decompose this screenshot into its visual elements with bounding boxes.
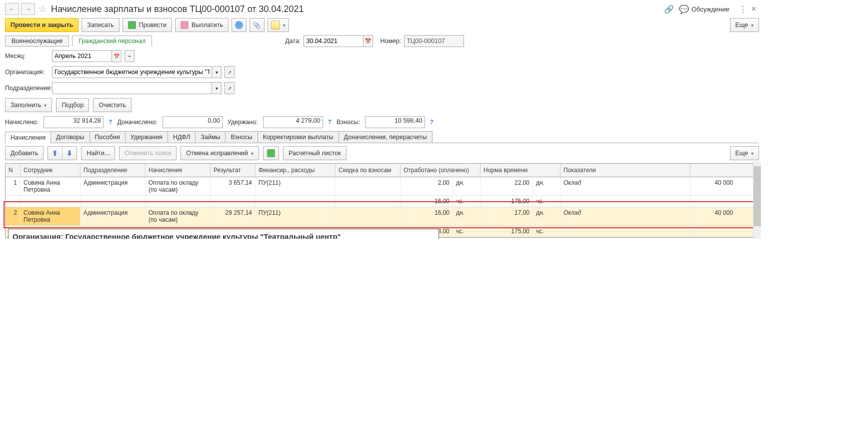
tab-accruals[interactable]: Начисления <box>5 132 51 143</box>
add-row-button[interactable]: Добавить <box>5 146 44 160</box>
discussion-link[interactable]: Обсуждение <box>692 6 730 13</box>
col-indicators[interactable]: Показатели <box>560 164 690 177</box>
report-icon <box>235 21 243 29</box>
cancel-fix-button[interactable]: Отмена исправлений <box>180 146 259 160</box>
date-label: Дата: <box>285 38 300 45</box>
table-row[interactable]: 16,00 чс. 175,00 чс. <box>6 196 758 207</box>
org-dropdown-icon[interactable]: ▾ <box>212 66 222 78</box>
section-tabs: Начисления Договоры Пособия Удержания НД… <box>5 131 759 143</box>
totals-row: Начислено: 32 914,28 ? Доначислено: 0,00… <box>3 114 761 130</box>
favorite-star-icon[interactable]: ☆ <box>37 4 48 15</box>
dep-open-icon[interactable]: ↗ <box>224 82 234 94</box>
chat-icon[interactable]: 💬 <box>678 4 690 15</box>
col-dep[interactable]: Подразделение <box>80 164 146 177</box>
title-bar: ← → ☆ Начисление зарплаты и взносов ТЦ00… <box>3 1 761 16</box>
tab-corrections[interactable]: Корректировки выплаты <box>258 131 339 143</box>
extra-value[interactable]: 0,00 <box>162 116 222 128</box>
col-accrual[interactable]: Начисление <box>146 164 210 177</box>
help-icon[interactable]: ? <box>108 119 112 126</box>
col-norm[interactable]: Норма времени <box>480 164 560 177</box>
calendar-icon[interactable]: 📅 <box>364 35 373 47</box>
contrib-value[interactable]: 10 598,40 <box>365 116 425 128</box>
tab-recalc[interactable]: Доначисления, перерасчеты <box>338 131 432 143</box>
grid-toolbar: Добавить ⬆ ⬇ Найти... Отменить поиск Отм… <box>3 143 761 163</box>
col-employee[interactable]: Сотрудник <box>20 164 80 177</box>
fill-button[interactable]: Заполнить <box>5 98 52 112</box>
post-and-close-button[interactable]: Провести и закрыть <box>5 18 78 32</box>
vertical-scrollbar[interactable] <box>753 161 761 239</box>
tab-contracts[interactable]: Договоры <box>50 131 90 143</box>
col-discount[interactable]: Скидка по взносам <box>336 164 400 177</box>
clip-icon: 📎 <box>253 22 261 29</box>
back-button[interactable]: ← <box>5 3 19 15</box>
help-icon[interactable]: ? <box>430 119 434 126</box>
accrued-value[interactable]: 32 914,28 <box>44 116 104 128</box>
pick-button[interactable]: Подбор <box>56 98 89 112</box>
person-type-tabs: Военнослужащие Гражданский персонал Дата… <box>3 34 761 48</box>
tab-civilian[interactable]: Гражданский персонал <box>72 36 152 47</box>
move-down-button[interactable]: ⬇ <box>62 147 76 160</box>
contrib-label: Взносы: <box>336 119 360 126</box>
find-button[interactable]: Найти... <box>81 146 115 160</box>
command-bar: Провести и закрыть Записать Провести Вып… <box>3 16 761 34</box>
cancel-search-button[interactable]: Отменить поиск <box>119 146 176 160</box>
clear-button[interactable]: Очистить <box>93 98 131 112</box>
accruals-grid[interactable]: N Сотрудник Подразделение Начисление Рез… <box>5 163 759 238</box>
col-value <box>690 164 758 177</box>
close-button[interactable]: × <box>748 5 759 14</box>
window-title: Начисление зарплаты и взносов ТЦ00-00010… <box>51 4 304 15</box>
date-input[interactable] <box>304 35 364 47</box>
post-icon <box>128 21 136 29</box>
accrued-label: Начислено: <box>5 119 38 126</box>
payslip-panel: Организация: Государственное бюджетное у… <box>8 229 439 239</box>
link-icon[interactable]: 🔗 <box>664 4 674 15</box>
tab-military[interactable]: Военнослужащие <box>5 36 69 47</box>
attach-button[interactable]: 📎 <box>250 18 264 32</box>
help-icon[interactable]: ? <box>328 119 332 126</box>
grid-settings-button[interactable] <box>263 146 279 160</box>
dep-label: Подразделение: <box>5 85 49 92</box>
file-icon <box>271 21 280 30</box>
move-up-button[interactable]: ⬆ <box>48 147 62 160</box>
month-stepper[interactable]: ÷ <box>124 50 134 62</box>
tab-ndfl[interactable]: НДФЛ <box>168 131 196 143</box>
table-row-selected[interactable]: 2 Совина Анна Петровна Администрация Опл… <box>6 207 758 226</box>
col-result[interactable]: Результат <box>210 164 256 177</box>
col-n[interactable]: N <box>6 164 20 177</box>
month-input[interactable] <box>52 50 112 62</box>
col-worked[interactable]: Отработано (оплачено) <box>400 164 480 177</box>
dep-input[interactable] <box>52 82 212 94</box>
tab-benefits[interactable]: Пособия <box>90 131 126 143</box>
month-label: Месяц: <box>5 53 49 60</box>
org-open-icon[interactable]: ↗ <box>224 66 234 78</box>
tab-contrib[interactable]: Взносы <box>225 131 258 143</box>
tab-deductions[interactable]: Удержания <box>125 131 168 143</box>
extra-label: Доначислено: <box>117 119 157 126</box>
withheld-label: Удержано: <box>228 119 258 126</box>
number-label: Номер: <box>380 38 401 45</box>
forward-button[interactable]: → <box>21 3 35 15</box>
grid-header: N Сотрудник Подразделение Начисление Рез… <box>6 164 758 177</box>
org-label: Организация: <box>5 69 49 76</box>
table-row[interactable]: 1 Совина Анна Петровна Администрация Опл… <box>6 177 758 196</box>
grid-icon <box>267 149 275 157</box>
payslip-org-title: Организация: Государственное бюджетное у… <box>8 229 438 239</box>
tab-loans[interactable]: Займы <box>195 131 226 143</box>
more-button[interactable]: Еще <box>730 18 759 32</box>
pay-icon <box>180 21 188 29</box>
report-button[interactable] <box>232 18 246 32</box>
month-calendar-icon[interactable]: 📅 <box>112 50 122 62</box>
col-finance[interactable]: Финансир., расходы <box>256 164 336 177</box>
withheld-value[interactable]: 4 279,00 <box>263 116 323 128</box>
dep-dropdown-icon[interactable]: ▾ <box>212 82 222 94</box>
payslip-button[interactable]: Расчетный листок <box>283 146 346 160</box>
create-from-button[interactable] <box>268 18 289 32</box>
post-button[interactable]: Провести <box>122 18 172 32</box>
save-button[interactable]: Записать <box>82 18 119 32</box>
grid-more-button[interactable]: Еще <box>730 146 759 160</box>
kebab-icon[interactable]: ⋮ <box>738 4 748 15</box>
org-input[interactable] <box>52 66 212 78</box>
number-input[interactable] <box>404 35 464 47</box>
pay-button[interactable]: Выплатить <box>175 18 228 32</box>
